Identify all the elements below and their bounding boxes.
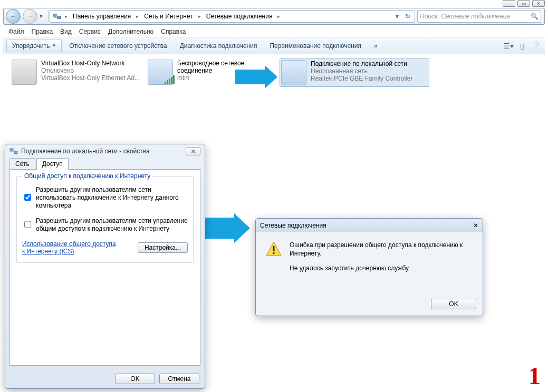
diagnose-button[interactable]: Диагностика подключения [175,40,263,52]
adapter-icon [12,60,37,85]
allow-control-label: Разрешить другим пользователям сети упра… [36,217,188,233]
search-placeholder: Поиск: Сетевые подключения [420,13,510,20]
tab-network[interactable]: Сеть [9,158,35,170]
refresh-icon[interactable]: ↻ [403,13,412,20]
error-titlebar[interactable]: Сетевые подключения ✕ [256,219,483,232]
conn-device: Realtek PCIe GBE Family Controller [311,75,412,82]
signal-icon [165,75,175,84]
crumb-control-panel[interactable]: Панель управления [71,12,133,21]
nav-row: ← → ▼ ▸ Панель управления ▸ Сеть и Интер… [3,8,545,25]
address-bar[interactable]: ▸ Панель управления ▸ Сеть и Интернет ▸ … [50,10,415,23]
annotation-number: 1 [528,362,541,390]
view-options-icon[interactable]: ☰▾ [503,42,514,50]
tab-panel-access: Общий доступ к подключению к Интернету Р… [9,169,200,366]
allow-sharing-checkbox[interactable] [24,187,31,208]
menu-bar: Файл Правка Вид Сервис Дополнительно Спр… [3,26,545,37]
warning-icon [265,241,282,258]
address-dropdown-icon[interactable]: ▾ [392,13,402,20]
error-message-1: Ошибка при разрешении общего доступа к п… [290,241,473,258]
connection-lan-selected[interactable]: Подключение по локальной сети Неопознанн… [280,58,429,87]
conn-status: Неопознанная сеть [311,67,412,75]
chevron-down-icon: ▼ [52,43,56,48]
svg-rect-5 [273,246,275,251]
allow-control-checkbox[interactable] [24,218,31,231]
menu-file[interactable]: Файл [8,28,24,35]
menu-extra[interactable]: Дополнительно [108,28,153,35]
conn-device: VirtualBox Host-Only Ethernet Ad... [41,74,140,82]
ics-groupbox: Общий доступ к подключению к Интернету Р… [16,176,194,263]
window-titlebar: — ▭ ✕ [0,0,548,8]
organize-button[interactable]: Упорядочить ▼ [6,40,62,52]
ics-help-link[interactable]: Использование общего доступа к Интернету… [22,240,117,255]
error-close-button[interactable]: ✕ [473,222,478,229]
error-title: Сетевые подключения [260,222,326,229]
error-button-row: OK [256,295,483,316]
chevron-right-icon[interactable]: ▸ [275,14,282,19]
annotation-arrow-1 [235,70,277,84]
crumb-network-internet[interactable]: Сеть и Интернет [142,12,195,21]
svg-rect-3 [14,151,17,154]
error-dialog: Сетевые подключения ✕ Ошибка при разреше… [255,218,483,316]
error-message-2: Не удалось запустить дочернюю службу. [290,264,473,272]
conn-name-cont: соединение [177,67,244,74]
network-small-icon [9,147,18,155]
connection-virtualbox[interactable]: VirtualBox Host-Only Network Отключено V… [12,60,143,85]
settings-button[interactable]: Настройка... [138,242,188,253]
conn-ssid: mtm [177,74,244,82]
separator [48,11,49,22]
error-body: Ошибка при разрешении общего доступа к п… [256,232,483,295]
crumb-network-connections[interactable]: Сетевые подключения [204,12,275,21]
tab-access[interactable]: Доступ [36,158,69,170]
ok-button[interactable]: OK [115,374,155,384]
preview-pane-icon[interactable]: ▯ [516,42,528,50]
search-input[interactable]: Поиск: Сетевые подключения 🔍 [417,10,541,23]
dialog-close-button[interactable]: ✕ [186,147,200,155]
chevron-right-icon[interactable]: ▸ [134,14,141,19]
svg-rect-2 [10,149,13,151]
disable-device-button[interactable]: Отключение сетевого устройства [64,40,172,52]
dialog-titlebar[interactable]: Подключение по локальной сети - свойства… [5,144,205,158]
conn-status: Отключено [41,67,140,74]
groupbox-legend: Общий доступ к подключению к Интернету [22,172,152,180]
svg-rect-6 [273,252,275,254]
properties-dialog: Подключение по локальной сети - свойства… [5,144,205,389]
conn-name: VirtualBox Host-Only Network [41,60,140,67]
conn-name: Беспроводное сетевое [177,60,244,67]
chevron-right-icon[interactable]: ▸ [63,14,70,19]
command-toolbar: Упорядочить ▼ Отключение сетевого устрой… [3,37,545,54]
nav-history-dropdown[interactable]: ▼ [37,14,45,19]
tab-strip: Сеть Доступ [5,158,205,170]
allow-sharing-label: Разрешить другим пользователям сети испо… [36,186,188,210]
forward-button[interactable]: → [23,9,37,24]
search-icon[interactable]: 🔍 [531,13,539,20]
close-button[interactable]: ✕ [532,0,545,7]
chevron-right-icon[interactable]: ▸ [196,14,203,19]
maximize-button[interactable]: ▭ [517,0,530,7]
more-commands-button[interactable]: » [369,40,383,52]
back-button[interactable]: ← [6,9,21,24]
adapter-icon [281,60,306,85]
menu-edit[interactable]: Правка [32,28,53,35]
minimize-button[interactable]: — [503,0,515,7]
network-icon [52,12,62,21]
menu-help[interactable]: Справка [161,28,186,35]
conn-name: Подключение по локальной сети [311,60,412,67]
menu-service[interactable]: Сервис [79,28,101,35]
error-ok-button[interactable]: OK [431,299,476,309]
dialog-title: Подключение по локальной сети - свойства [21,148,150,155]
svg-rect-0 [53,14,56,17]
cancel-button[interactable]: Отмена [159,374,199,384]
dialog-button-row: OK Отмена [5,370,205,388]
rename-button[interactable]: Переименование подключения [264,40,367,52]
menu-view[interactable]: Вид [60,28,72,35]
help-icon[interactable]: ❔ [530,41,542,51]
